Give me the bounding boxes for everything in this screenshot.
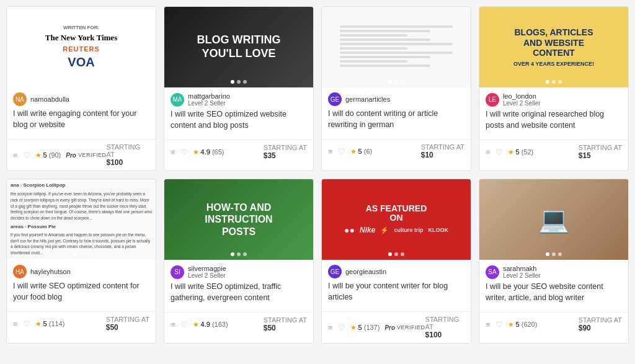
gig-card[interactable]: BLOG WRITINGYOU'LL LOVE MA mattgarbarino… bbox=[164, 6, 314, 171]
compare-icon[interactable]: ≡ bbox=[328, 323, 333, 332]
dot-1 bbox=[73, 80, 77, 84]
compare-icon[interactable]: ≡ bbox=[171, 148, 175, 157]
dot-2 bbox=[79, 252, 83, 256]
card-image: BLOGS, ARTICLESAND WEBSITECONTENT OVER 4… bbox=[479, 7, 628, 87]
card-footer: ≡ ♡ ★ 5 (6) STARTING AT $10 bbox=[322, 139, 471, 163]
rating: ★ 4.9 (163) bbox=[193, 321, 228, 329]
seller-row: HA hayleyhutson bbox=[13, 265, 149, 278]
price-section: STARTING AT $100 bbox=[425, 316, 464, 339]
seller-name[interactable]: hayleyhutson bbox=[30, 268, 71, 275]
rating: ★ 5 (6) bbox=[350, 148, 373, 156]
star-icon: ★ bbox=[35, 320, 42, 328]
price-value: $100 bbox=[425, 331, 464, 339]
favorite-icon[interactable]: ♡ bbox=[338, 147, 345, 156]
seller-name[interactable]: silvermagpie bbox=[188, 265, 226, 272]
dot-3 bbox=[243, 80, 247, 84]
dot-1 bbox=[546, 80, 549, 84]
card-title: I will write engaging content for your b… bbox=[13, 109, 149, 130]
avatar: LE bbox=[486, 93, 499, 107]
seller-name[interactable]: georgieaustin bbox=[345, 268, 386, 275]
card-footer: ≡ ♡ ★ 5 (52) STARTING AT $15 bbox=[479, 140, 628, 164]
dot-1 bbox=[231, 80, 234, 84]
gig-card[interactable]: AS FEATUREDON ●● Nike ⚡ culture trip KLO… bbox=[321, 179, 471, 344]
footer-left: ≡ ♡ ★ 5 (137) ProVERIFIED bbox=[328, 323, 425, 332]
gig-card[interactable]: 💻 SA sarahmakh Level 2 Seller I will be … bbox=[479, 179, 629, 344]
review-count: (6) bbox=[364, 148, 372, 155]
card-image: WRITTEN FOR: The New York Times REUTERS … bbox=[7, 7, 156, 87]
starting-at-label: STARTING AT bbox=[425, 316, 464, 331]
card-image: BLOG WRITINGYOU'LL LOVE bbox=[164, 7, 313, 87]
dot-3 bbox=[86, 80, 89, 84]
price-value: $50 bbox=[106, 323, 149, 332]
seller-level: Level 2 Seller bbox=[188, 272, 226, 279]
compare-icon[interactable]: ≡ bbox=[328, 147, 333, 156]
card-footer: ≡ ♡ ★ 5 (620) STARTING AT $90 bbox=[479, 312, 628, 336]
rating: ★ 5 (620) bbox=[508, 321, 538, 329]
starting-at-label: STARTING AT bbox=[421, 143, 464, 151]
compare-icon[interactable]: ≡ bbox=[486, 320, 491, 329]
favorite-icon[interactable]: ♡ bbox=[495, 320, 503, 329]
price-value: $15 bbox=[579, 151, 622, 160]
favorite-icon[interactable]: ♡ bbox=[180, 148, 188, 157]
seller-name[interactable]: namoabdulla bbox=[30, 95, 69, 103]
footer-left: ≡ ♡ ★ 5 (620) bbox=[486, 320, 537, 329]
review-count: (65) bbox=[212, 148, 224, 156]
card-title: I will be your content writer for blog a… bbox=[328, 281, 464, 303]
starting-at-label: STARTING AT bbox=[106, 143, 149, 158]
review-count: (52) bbox=[522, 148, 534, 156]
seller-name[interactable]: mattgarbarino bbox=[188, 92, 230, 100]
card-title: I will do content writing or article rew… bbox=[328, 109, 464, 130]
rating: ★ 5 (90) bbox=[35, 151, 61, 159]
card-body: NA namoabdulla I will write engaging con… bbox=[7, 87, 156, 139]
favorite-icon[interactable]: ♡ bbox=[23, 319, 30, 329]
verified-label: VERIFIED bbox=[397, 324, 425, 331]
gig-card[interactable]: HOW-TO ANDINSTRUCTIONPOSTS SI silvermagp… bbox=[164, 179, 314, 344]
footer-left: ≡ ♡ ★ 5 (90) ProVERIFIED bbox=[13, 151, 106, 160]
star-icon: ★ bbox=[350, 148, 357, 156]
dot-3 bbox=[401, 80, 404, 84]
rating-value: 5 bbox=[516, 321, 520, 328]
rating: ★ 4.9 (65) bbox=[193, 148, 224, 156]
favorite-icon[interactable]: ♡ bbox=[495, 148, 503, 157]
dot-1 bbox=[546, 252, 549, 256]
footer-left: ≡ ♡ ★ 4.9 (65) bbox=[171, 148, 224, 157]
seller-name[interactable]: leo_london bbox=[503, 92, 541, 100]
avatar: SA bbox=[486, 265, 499, 279]
star-icon: ★ bbox=[350, 324, 357, 332]
card-title: I will write SEO optimized, traffic gath… bbox=[171, 282, 307, 303]
gig-card[interactable]: BLOGS, ARTICLESAND WEBSITECONTENT OVER 4… bbox=[479, 6, 629, 171]
compare-icon[interactable]: ≡ bbox=[171, 320, 175, 329]
price-value: $10 bbox=[421, 151, 464, 159]
compare-icon[interactable]: ≡ bbox=[13, 151, 18, 160]
gig-card[interactable]: ana · Scorpion Lollipop the scorpion lol… bbox=[6, 179, 156, 344]
price-section: STARTING AT $90 bbox=[579, 316, 622, 332]
pro-verified-badge: ProVERIFIED bbox=[384, 324, 425, 331]
rating-value: 4.9 bbox=[201, 321, 210, 328]
gig-card[interactable]: WRITTEN FOR: The New York Times REUTERS … bbox=[6, 6, 156, 171]
favorite-icon[interactable]: ♡ bbox=[23, 151, 30, 160]
image-dots bbox=[546, 80, 562, 84]
seller-name[interactable]: sarahmakh bbox=[503, 265, 541, 272]
avatar: GE bbox=[328, 92, 342, 106]
rating: ★ 5 (137) bbox=[350, 324, 380, 332]
avatar: GE bbox=[328, 265, 342, 278]
seller-name[interactable]: germanarticles bbox=[345, 95, 390, 103]
compare-icon[interactable]: ≡ bbox=[486, 148, 491, 157]
dot-3 bbox=[401, 252, 404, 256]
gig-grid: WRITTEN FOR: The New York Times REUTERS … bbox=[6, 6, 629, 344]
card-footer: ≡ ♡ ★ 5 (137) ProVERIFIED STARTING AT $1… bbox=[322, 311, 471, 343]
footer-left: ≡ ♡ ★ 5 (52) bbox=[486, 148, 533, 157]
footer-left: ≡ ♡ ★ 5 (6) bbox=[328, 147, 372, 156]
gig-card[interactable]: GE germanarticles I will do content writ… bbox=[321, 6, 471, 171]
favorite-icon[interactable]: ♡ bbox=[180, 320, 188, 329]
review-count: (620) bbox=[522, 321, 538, 328]
favorite-icon[interactable]: ♡ bbox=[338, 323, 345, 332]
price-section: STARTING AT $50 bbox=[264, 316, 307, 332]
seller-row: LE leo_london Level 2 Seller bbox=[486, 92, 622, 107]
dot-3 bbox=[558, 252, 562, 256]
price-section: STARTING AT $35 bbox=[264, 144, 307, 160]
starting-at-label: STARTING AT bbox=[579, 316, 622, 324]
dot-2 bbox=[552, 252, 556, 256]
dot-3 bbox=[558, 80, 562, 84]
compare-icon[interactable]: ≡ bbox=[13, 319, 18, 329]
